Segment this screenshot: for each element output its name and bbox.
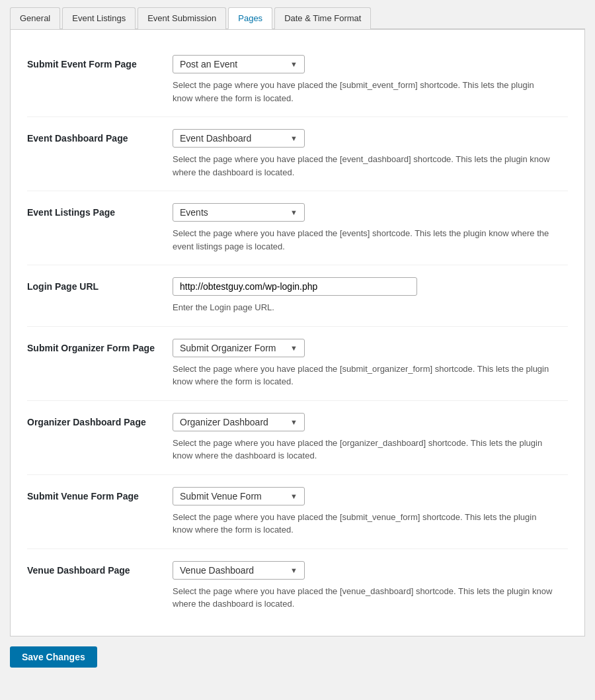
description-login-page-url: Enter the Login page URL. — [173, 301, 556, 314]
control-submit-venue-form-page: Submit Venue Form▼Select the page where … — [173, 487, 568, 537]
chevron-down-icon: ▼ — [290, 492, 298, 500]
form-row-event-dashboard-page: Event Dashboard PageEvent Dashboard▼Sele… — [27, 117, 568, 191]
description-venue-dashboard-page: Select the page where you have placed th… — [173, 585, 556, 611]
form-row-event-listings-page: Event Listings PageEvents▼Select the pag… — [27, 191, 568, 265]
tab-event-listings[interactable]: Event Listings — [62, 7, 136, 29]
description-submit-organizer-form-page: Select the page where you have placed th… — [173, 363, 556, 388]
select-event-listings-page[interactable]: Events▼ — [173, 203, 305, 222]
tab-pages[interactable]: Pages — [228, 7, 272, 29]
chevron-down-icon: ▼ — [290, 208, 298, 216]
form-row-submit-event-form-page: Submit Event Form PagePost an Event▼Sele… — [27, 43, 568, 117]
select-value-submit-venue-form-page: Submit Venue Form — [180, 491, 262, 502]
description-submit-venue-form-page: Select the page where you have placed th… — [173, 511, 556, 537]
chevron-down-icon: ▼ — [290, 566, 298, 574]
tab-general[interactable]: General — [10, 7, 60, 29]
description-event-dashboard-page: Select the page where you have placed th… — [173, 153, 556, 179]
label-organizer-dashboard-page: Organizer Dashboard Page — [27, 413, 173, 462]
form-row-submit-venue-form-page: Submit Venue Form PageSubmit Venue Form▼… — [27, 475, 568, 549]
chevron-down-icon: ▼ — [290, 344, 298, 352]
description-submit-event-form-page: Select the page where you have placed th… — [173, 79, 556, 105]
select-value-venue-dashboard-page: Venue Dashboard — [180, 565, 254, 576]
select-value-organizer-dashboard-page: Organizer Dashboard — [180, 417, 268, 427]
tab-date-time-format[interactable]: Date & Time Format — [274, 7, 371, 29]
label-submit-organizer-form-page: Submit Organizer Form Page — [27, 339, 173, 388]
description-event-listings-page: Select the page where you have placed th… — [173, 227, 556, 253]
label-event-dashboard-page: Event Dashboard Page — [27, 129, 173, 179]
control-organizer-dashboard-page: Organizer Dashboard▼Select the page wher… — [173, 413, 568, 462]
tab-event-submission[interactable]: Event Submission — [138, 7, 226, 29]
control-venue-dashboard-page: Venue Dashboard▼Select the page where yo… — [173, 561, 568, 611]
description-organizer-dashboard-page: Select the page where you have placed th… — [173, 437, 556, 462]
select-value-event-listings-page: Events — [180, 207, 208, 218]
select-submit-venue-form-page[interactable]: Submit Venue Form▼ — [173, 487, 305, 505]
label-submit-venue-form-page: Submit Venue Form Page — [27, 487, 173, 537]
select-venue-dashboard-page[interactable]: Venue Dashboard▼ — [173, 561, 305, 580]
control-login-page-url: Enter the Login page URL. — [173, 277, 568, 314]
label-submit-event-form-page: Submit Event Form Page — [27, 55, 173, 105]
form-row-venue-dashboard-page: Venue Dashboard PageVenue Dashboard▼Sele… — [27, 549, 568, 623]
chevron-down-icon: ▼ — [290, 418, 298, 426]
select-event-dashboard-page[interactable]: Event Dashboard▼ — [173, 129, 305, 148]
chevron-down-icon: ▼ — [290, 134, 298, 142]
settings-panel: Submit Event Form PagePost an Event▼Sele… — [10, 29, 585, 636]
tabs-container: GeneralEvent ListingsEvent SubmissionPag… — [10, 7, 585, 29]
label-event-listings-page: Event Listings Page — [27, 203, 173, 253]
control-submit-organizer-form-page: Submit Organizer Form▼Select the page wh… — [173, 339, 568, 388]
select-organizer-dashboard-page[interactable]: Organizer Dashboard▼ — [173, 413, 305, 431]
select-submit-event-form-page[interactable]: Post an Event▼ — [173, 55, 305, 73]
select-value-event-dashboard-page: Event Dashboard — [180, 133, 251, 144]
label-venue-dashboard-page: Venue Dashboard Page — [27, 561, 173, 611]
form-row-submit-organizer-form-page: Submit Organizer Form PageSubmit Organiz… — [27, 327, 568, 401]
select-value-submit-organizer-form-page: Submit Organizer Form — [180, 343, 276, 353]
chevron-down-icon: ▼ — [290, 60, 298, 68]
control-submit-event-form-page: Post an Event▼Select the page where you … — [173, 55, 568, 105]
form-row-login-page-url: Login Page URLEnter the Login page URL. — [27, 265, 568, 327]
input-login-page-url[interactable] — [173, 277, 417, 296]
save-changes-button[interactable]: Save Changes — [10, 646, 97, 668]
label-login-page-url: Login Page URL — [27, 277, 173, 314]
select-submit-organizer-form-page[interactable]: Submit Organizer Form▼ — [173, 339, 305, 357]
control-event-dashboard-page: Event Dashboard▼Select the page where yo… — [173, 129, 568, 179]
form-row-organizer-dashboard-page: Organizer Dashboard PageOrganizer Dashbo… — [27, 401, 568, 475]
select-value-submit-event-form-page: Post an Event — [180, 59, 237, 69]
control-event-listings-page: Events▼Select the page where you have pl… — [173, 203, 568, 253]
